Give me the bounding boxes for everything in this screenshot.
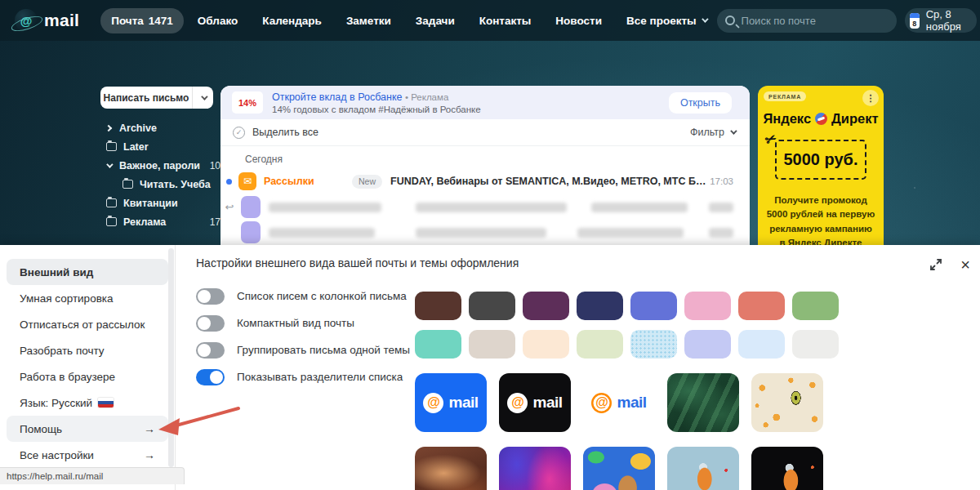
menu-all-settings[interactable]: Все настройки →: [7, 442, 168, 468]
ad-title[interactable]: Откройте вклад в Росбанке: [272, 91, 402, 103]
folder-ads[interactable]: Реклама 17: [106, 212, 220, 231]
color-swatch[interactable]: [415, 292, 461, 320]
ad-menu-button[interactable]: ⋮: [862, 90, 879, 106]
folder-archive[interactable]: Archive: [106, 118, 220, 137]
search-input[interactable]: [742, 15, 889, 27]
theme-photo-gecko-eye[interactable]: [751, 373, 823, 432]
mailru-logo[interactable]: @ mail: [15, 9, 79, 32]
menu-clean-mail[interactable]: Разобрать почту: [7, 337, 168, 363]
ad-label: Реклама: [411, 92, 448, 102]
toggle-off-icon[interactable]: [196, 288, 225, 305]
nav-notes[interactable]: Заметки: [336, 8, 402, 33]
scissors-icon: ✂: [763, 130, 779, 149]
mail-row-blurred[interactable]: [220, 220, 750, 245]
mail-time: 17:03: [710, 176, 733, 186]
folder-icon: [106, 217, 117, 226]
top-navigation-bar: @ mail Почта 1471 Облако Календарь Замет…: [0, 0, 980, 41]
arrow-right-icon: →: [144, 448, 155, 461]
menu-unsubscribe[interactable]: Отписаться от рассылок: [7, 311, 168, 337]
folder-later[interactable]: Later: [106, 137, 220, 156]
close-panel-icon[interactable]: ×: [960, 258, 970, 271]
theme-photo-neon[interactable]: [499, 447, 571, 490]
toggle-group: Список писем с колонкой письма Компактны…: [196, 283, 410, 390]
ad-open-button[interactable]: Открыть: [669, 92, 732, 114]
select-all-control[interactable]: ✓ Выделить все: [233, 127, 318, 139]
nav-mail[interactable]: Почта 1471: [100, 8, 184, 33]
theme-blue-mail[interactable]: @ mail: [415, 373, 487, 432]
filter-control[interactable]: Фильтр: [690, 127, 735, 138]
group-header-today: Сегодня: [220, 146, 750, 168]
toggle-group-threads[interactable]: Группировать письма одной темы: [196, 336, 410, 363]
color-swatch[interactable]: [523, 330, 569, 359]
nav-tasks[interactable]: Задачи: [405, 8, 466, 33]
toggle-list-dividers[interactable]: Показывать разделители списка: [196, 363, 410, 390]
theme-photo-canyon[interactable]: [415, 447, 487, 490]
promo-amount: 5000 руб.: [783, 150, 858, 169]
color-swatch[interactable]: [792, 292, 839, 320]
color-swatch[interactable]: [577, 330, 623, 359]
theme-preview-row-1: @ mail @ mail @ mail: [415, 373, 823, 432]
toggle-compact-view[interactable]: Компактный вид почты: [196, 310, 410, 336]
color-swatch[interactable]: [577, 292, 623, 320]
inline-ad-banner[interactable]: 14% Откройте вклад в Росбанке • Реклама …: [220, 86, 750, 119]
color-swatch[interactable]: [469, 292, 515, 320]
yandex-direct-logo-icon: [815, 113, 827, 125]
theme-black-mail[interactable]: @ mail: [499, 373, 571, 432]
theme-white-mail[interactable]: @ mail: [583, 373, 655, 432]
toggle-off-icon[interactable]: [196, 342, 225, 359]
expand-panel-icon[interactable]: [929, 258, 942, 271]
color-swatch[interactable]: [738, 292, 785, 320]
color-swatch[interactable]: [630, 330, 677, 359]
mail-count-badge: 1471: [149, 15, 173, 27]
date-widget[interactable]: 8 Ср, 8 ноября: [905, 8, 977, 33]
color-swatch[interactable]: [684, 330, 731, 359]
mail-at-icon: @: [591, 393, 612, 413]
color-swatch[interactable]: [469, 330, 515, 359]
theme-astronaut-light[interactable]: [667, 447, 739, 490]
unread-count: 10: [210, 160, 220, 172]
mail-row-newsletters[interactable]: ✉ Рассылки New FUNDAY, Вебинары от SEMAN…: [220, 168, 750, 194]
menu-language[interactable]: Язык: Русский: [7, 390, 168, 416]
color-swatch[interactable]: [738, 330, 785, 359]
folder-list: Archive Later Важное, пароли 10 Читать. …: [106, 118, 220, 231]
menu-smart-sorting[interactable]: Умная сортировка: [7, 285, 168, 311]
color-swatch[interactable]: [684, 292, 731, 320]
compose-dropdown[interactable]: [192, 87, 213, 109]
arrow-right-icon: →: [144, 422, 155, 435]
menu-help[interactable]: Помощь →: [7, 416, 168, 442]
toggle-column-view[interactable]: Список писем с колонкой письма: [196, 283, 410, 310]
folder-read-study[interactable]: Читать. Учеба: [106, 175, 220, 194]
color-swatch[interactable]: [792, 330, 839, 359]
toggle-off-icon[interactable]: [196, 315, 225, 332]
color-swatch[interactable]: [415, 330, 461, 359]
yandex-direct-brand: Яндекс Директ: [758, 111, 884, 127]
newsletter-envelope-icon: ✉: [238, 172, 256, 190]
color-swatch[interactable]: [523, 292, 569, 320]
compose-button[interactable]: Написать письмо: [100, 87, 213, 109]
mail-row-blurred[interactable]: ↩: [220, 194, 750, 220]
menu-browser-work[interactable]: Работа в браузере: [7, 363, 168, 390]
calendar-icon: 8: [910, 13, 920, 29]
menu-appearance[interactable]: Внешний вид: [7, 259, 168, 285]
link-status-bar: https://help.mail.ru/mail: [0, 467, 185, 484]
theme-astronaut-dark[interactable]: [751, 447, 823, 490]
theme-color-row-light: [415, 330, 839, 359]
nav-all-projects[interactable]: Все проекты: [616, 8, 717, 33]
chevron-down-icon: [201, 93, 207, 100]
mail-subject: FUNDAY, Вебинары от SEMANTICA, М.Видео, …: [390, 176, 710, 187]
menu-scrollbar[interactable]: [168, 248, 174, 467]
divider: [175, 245, 176, 490]
toggle-on-icon[interactable]: [196, 369, 225, 385]
nav-contacts[interactable]: Контакты: [469, 8, 542, 33]
folder-receipts[interactable]: Квитанции: [106, 194, 220, 212]
nav-news[interactable]: Новости: [545, 8, 612, 33]
nav-cloud[interactable]: Облако: [187, 8, 248, 33]
theme-photo-leaves[interactable]: [667, 373, 739, 432]
search-box[interactable]: [717, 9, 897, 33]
color-swatch[interactable]: [630, 292, 677, 320]
planet-at-icon: @: [15, 9, 38, 32]
settings-menu: Внешний вид Умная сортировка Отписаться …: [7, 259, 168, 468]
theme-cartoon-animals[interactable]: [583, 447, 655, 490]
folder-important[interactable]: Важное, пароли 10: [106, 156, 220, 175]
nav-calendar[interactable]: Календарь: [252, 8, 332, 33]
